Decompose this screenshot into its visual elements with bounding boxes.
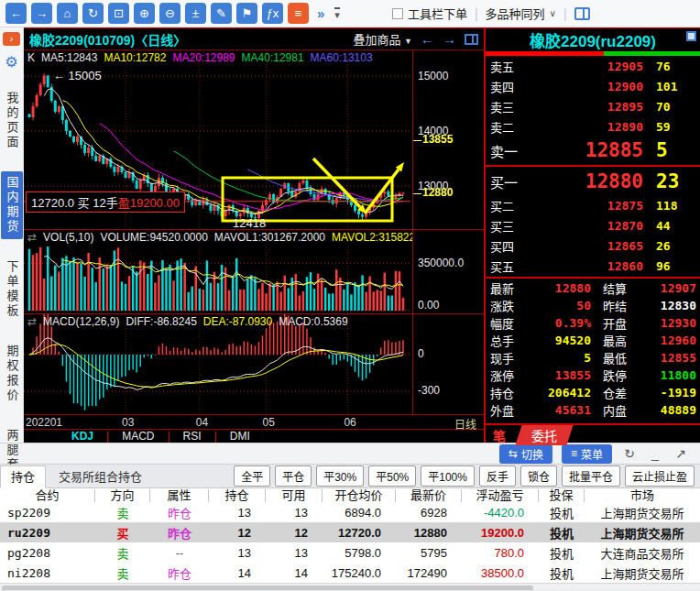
stat-row: 涨停 13855 跌停 11800 <box>486 367 700 384</box>
col-contract[interactable]: 合约 <box>0 489 95 502</box>
multi-symbol-dropdown[interactable]: 多品种同列 <box>486 5 545 22</box>
tab-kdj[interactable]: KDJ <box>59 430 106 443</box>
horizontal-scrollbar[interactable] <box>0 583 700 590</box>
menu-button[interactable]: ≡ 菜单 <box>562 444 612 464</box>
stat-label: 最新 <box>486 279 524 297</box>
position-action-button[interactable]: 锁仓 <box>520 465 557 487</box>
sidebar-item[interactable]: 下单模板 <box>1 256 23 323</box>
bid-row[interactable]: 买三 12870 44 <box>486 215 700 235</box>
overlay-product-button[interactable]: 叠加商品 ▼ <box>353 30 412 48</box>
sidebar-item[interactable]: 国内期货 <box>1 171 23 239</box>
zoom-out-icon[interactable]: ⊖ <box>159 3 180 24</box>
ask-row[interactable]: 卖二 12890 59 <box>486 116 700 137</box>
draw-icon[interactable]: ✎ <box>211 3 232 24</box>
position-row[interactable]: ru2209 买 昨仓 12 12 12720.0 12880 19200.0 … <box>0 522 700 542</box>
tab-dmi[interactable]: DMI <box>217 430 263 443</box>
stat-value: 11800 <box>629 368 700 382</box>
col-open-avg-price[interactable]: 开仓均价 <box>323 489 396 502</box>
ask-row[interactable]: 卖五 12905 76 <box>486 56 700 76</box>
quote-tab-bar: 笔 委托 <box>486 423 700 443</box>
cell-hedge-flag: 投机 <box>539 564 585 582</box>
forward-icon[interactable]: → <box>31 3 52 24</box>
sidebar-item[interactable]: 期权报价 <box>1 340 23 408</box>
refresh-icon[interactable]: ↻ <box>82 3 104 24</box>
tab-macd[interactable]: MACD <box>109 430 167 443</box>
chevron-down-icon[interactable]: ∨ <box>550 8 556 18</box>
cell-last-price: 5795 <box>396 546 462 560</box>
bid-volume: 96 <box>643 259 700 273</box>
function-icon[interactable]: ƒx <box>262 3 283 24</box>
refresh-panel-icon[interactable]: ↻ <box>621 446 638 461</box>
cell-available: 14 <box>266 566 323 580</box>
chart-split-icon[interactable] <box>465 34 478 45</box>
prev-chart-icon[interactable]: ← <box>421 31 434 47</box>
col-last-price[interactable]: 最新价 <box>396 489 462 502</box>
scrollbar-thumb[interactable] <box>2 586 533 590</box>
stat-value: 94520 <box>524 334 591 347</box>
position-row[interactable]: ni2208 卖 昨仓 14 14 175240.0 172490 38500.… <box>0 563 700 583</box>
col-market[interactable]: 市场 <box>585 489 700 502</box>
split-layout-icon[interactable] <box>574 7 590 20</box>
switch-button[interactable]: ⇆ 切换 <box>499 444 552 464</box>
expand-icon[interactable]: ↗ <box>673 446 689 461</box>
volume-pane[interactable]: ⇄VOL(5,10)VOLUME:94520.0000MAVOL1:301267… <box>24 230 484 314</box>
sidebar-items: 我的页面 国内期货 下单模板 期权报价 两腿套利 <box>1 71 23 492</box>
position-row[interactable]: sp2209 卖 昨仓 13 13 6894.0 6928 -4420.0 投机… <box>0 502 700 522</box>
gear-icon[interactable]: ⚙ <box>5 53 17 71</box>
sidebar-item[interactable]: 我的页面 <box>1 87 23 155</box>
position-action-button[interactable]: 反手 <box>479 465 516 487</box>
position-action-button[interactable]: 平仓 <box>275 465 312 487</box>
cell-direction: 卖 <box>95 564 150 582</box>
tab-order-queue[interactable]: 委托 <box>515 425 573 445</box>
col-hedge-flag[interactable]: 投保 <box>539 489 585 502</box>
sidebar-expand-button[interactable]: › <box>3 32 20 46</box>
position-action-button[interactable]: 批量平仓 <box>562 465 620 487</box>
cell-market: 上海期货交易所 <box>585 504 700 521</box>
crop-icon[interactable]: ⊡ <box>108 3 129 24</box>
col-available[interactable]: 可用 <box>266 489 323 502</box>
minimize-icon[interactable]: _ <box>647 446 663 461</box>
tab-positions[interactable]: 持仓 <box>0 465 46 488</box>
switch-icon: ⇆ <box>509 447 518 460</box>
flag-icon[interactable]: ⚑ <box>236 3 257 24</box>
position-action-button[interactable]: 平30% <box>316 465 364 487</box>
macd-axis: 0 -300 <box>412 314 484 414</box>
position-action-button[interactable]: 平50% <box>368 465 416 487</box>
best-ask-price: 12885 <box>522 139 643 161</box>
col-attribute[interactable]: 属性 <box>150 489 209 502</box>
tab-rsi[interactable]: RSI <box>170 430 214 443</box>
col-position[interactable]: 持仓 <box>209 489 266 502</box>
best-bid-row[interactable]: 买一 12880 23 <box>486 168 700 195</box>
toolbar-order-checkbox[interactable] <box>392 8 403 19</box>
ask-row[interactable]: 卖三 12895 70 <box>486 96 700 116</box>
position-action-button[interactable]: 全平 <box>234 465 270 487</box>
back-icon[interactable]: ← <box>5 3 27 24</box>
position-row[interactable]: pg2208 卖 -- 13 13 5798.0 5795 780.0 投机 大… <box>0 542 700 563</box>
list-icon[interactable]: ≡ <box>288 3 309 24</box>
best-ask-row[interactable]: 卖一 12885 5 <box>486 137 700 164</box>
ask-row[interactable]: 卖四 12900 101 <box>486 76 700 96</box>
toolbar-dropdown-icon[interactable]: ▾ <box>334 7 340 19</box>
candlestick-pane[interactable]: KMA5:12843MA10:12782MA20:12989MA40:12981… <box>24 50 484 230</box>
position-action-button[interactable]: 平100% <box>421 465 475 487</box>
col-floating-pnl[interactable]: 浮动盈亏 <box>462 489 539 502</box>
cell-market: 上海期货交易所 <box>585 564 700 582</box>
macd-plot[interactable] <box>24 314 410 415</box>
pane-swap-icon[interactable]: ⇄ <box>27 231 37 244</box>
bid-row[interactable]: 买二 12875 118 <box>486 195 700 215</box>
ask-price: 12895 <box>522 100 643 114</box>
toolbar-overflow-icon[interactable]: » <box>317 5 324 21</box>
formula-icon[interactable]: ± <box>185 3 206 24</box>
col-direction[interactable]: 方向 <box>95 489 150 502</box>
macd-pane[interactable]: ⇄MACD(12,26,9)DIFF:-86.8245DEA:-87.0930M… <box>24 314 484 415</box>
home-icon[interactable]: ⌂ <box>57 3 78 24</box>
next-chart-icon[interactable]: → <box>443 31 456 47</box>
zoom-in-icon[interactable]: ⊕ <box>134 3 155 24</box>
bid-row[interactable]: 买四 12865 26 <box>486 235 700 256</box>
bid-row[interactable]: 买五 12860 96 <box>486 256 700 276</box>
position-action-button[interactable]: 云止损止盈 <box>625 465 695 487</box>
pane-swap-icon[interactable]: ⇄ <box>27 315 37 328</box>
tab-tick-detail[interactable]: 笔 <box>486 425 515 444</box>
quote-window-icon[interactable] <box>686 31 696 41</box>
tab-exchange-combo-positions[interactable]: 交易所组合持仓 <box>46 467 155 485</box>
